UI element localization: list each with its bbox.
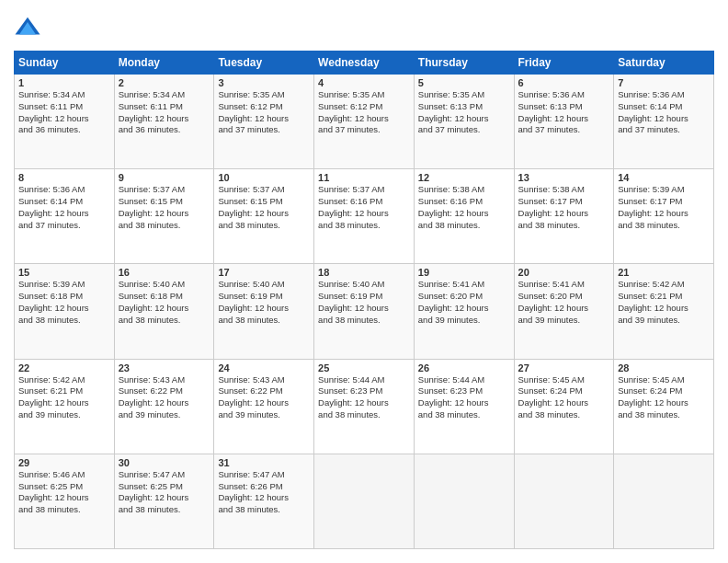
- day-number: 24: [218, 362, 310, 373]
- header: [14, 14, 714, 41]
- calendar-week-row: 1 Sunrise: 5:34 AMSunset: 6:11 PMDayligh…: [15, 75, 714, 169]
- day-info: Sunrise: 5:35 AMSunset: 6:12 PMDaylight:…: [318, 89, 389, 134]
- calendar-day-cell: 15 Sunrise: 5:39 AMSunset: 6:18 PMDaylig…: [15, 264, 115, 359]
- day-info: Sunrise: 5:40 AMSunset: 6:19 PMDaylight:…: [318, 279, 389, 324]
- calendar-day-cell: 18 Sunrise: 5:40 AMSunset: 6:19 PMDaylig…: [314, 264, 415, 359]
- calendar-day-cell: 10 Sunrise: 5:37 AMSunset: 6:15 PMDaylig…: [214, 169, 314, 264]
- calendar-header-row: SundayMondayTuesdayWednesdayThursdayFrid…: [15, 52, 714, 75]
- day-info: Sunrise: 5:37 AMSunset: 6:15 PMDaylight:…: [218, 184, 289, 229]
- day-info: Sunrise: 5:38 AMSunset: 6:16 PMDaylight:…: [418, 184, 489, 229]
- calendar-day-cell: [614, 454, 714, 548]
- day-info: Sunrise: 5:35 AMSunset: 6:13 PMDaylight:…: [418, 89, 489, 134]
- day-info: Sunrise: 5:39 AMSunset: 6:18 PMDaylight:…: [18, 279, 89, 324]
- logo-icon: [14, 14, 41, 41]
- day-number: 19: [418, 267, 510, 278]
- calendar-day-cell: 25 Sunrise: 5:44 AMSunset: 6:23 PMDaylig…: [314, 359, 415, 454]
- calendar-week-row: 8 Sunrise: 5:36 AMSunset: 6:14 PMDayligh…: [15, 169, 714, 264]
- day-number: 2: [119, 77, 210, 88]
- calendar-weekday-header: Saturday: [614, 52, 714, 75]
- day-number: 12: [418, 172, 510, 183]
- calendar-weekday-header: Monday: [114, 52, 214, 75]
- calendar-day-cell: 1 Sunrise: 5:34 AMSunset: 6:11 PMDayligh…: [15, 75, 115, 169]
- day-number: 8: [18, 172, 110, 183]
- calendar-day-cell: 17 Sunrise: 5:40 AMSunset: 6:19 PMDaylig…: [214, 264, 314, 359]
- calendar-day-cell: 30 Sunrise: 5:47 AMSunset: 6:25 PMDaylig…: [114, 454, 214, 548]
- day-number: 22: [18, 362, 110, 373]
- calendar-day-cell: 6 Sunrise: 5:36 AMSunset: 6:13 PMDayligh…: [514, 75, 614, 169]
- calendar-week-row: 29 Sunrise: 5:46 AMSunset: 6:25 PMDaylig…: [15, 454, 714, 548]
- day-info: Sunrise: 5:36 AMSunset: 6:14 PMDaylight:…: [618, 89, 688, 134]
- calendar-day-cell: 14 Sunrise: 5:39 AMSunset: 6:17 PMDaylig…: [614, 169, 714, 264]
- day-info: Sunrise: 5:44 AMSunset: 6:23 PMDaylight:…: [318, 374, 389, 419]
- day-number: 27: [518, 362, 610, 373]
- calendar-day-cell: 19 Sunrise: 5:41 AMSunset: 6:20 PMDaylig…: [414, 264, 514, 359]
- calendar-day-cell: 27 Sunrise: 5:45 AMSunset: 6:24 PMDaylig…: [514, 359, 614, 454]
- day-number: 11: [318, 172, 410, 183]
- page: SundayMondayTuesdayWednesdayThursdayFrid…: [0, 0, 728, 563]
- day-info: Sunrise: 5:42 AMSunset: 6:21 PMDaylight:…: [618, 279, 688, 324]
- day-info: Sunrise: 5:42 AMSunset: 6:21 PMDaylight:…: [18, 374, 89, 419]
- calendar-week-row: 22 Sunrise: 5:42 AMSunset: 6:21 PMDaylig…: [15, 359, 714, 454]
- calendar-day-cell: 31 Sunrise: 5:47 AMSunset: 6:26 PMDaylig…: [214, 454, 314, 548]
- day-info: Sunrise: 5:39 AMSunset: 6:17 PMDaylight:…: [618, 184, 688, 229]
- day-info: Sunrise: 5:43 AMSunset: 6:22 PMDaylight:…: [119, 374, 189, 419]
- day-number: 10: [218, 172, 310, 183]
- calendar-day-cell: [514, 454, 614, 548]
- day-number: 15: [18, 267, 110, 278]
- day-info: Sunrise: 5:35 AMSunset: 6:12 PMDaylight:…: [218, 89, 289, 134]
- day-info: Sunrise: 5:47 AMSunset: 6:25 PMDaylight:…: [119, 469, 189, 514]
- calendar-day-cell: 22 Sunrise: 5:42 AMSunset: 6:21 PMDaylig…: [15, 359, 115, 454]
- day-info: Sunrise: 5:41 AMSunset: 6:20 PMDaylight:…: [418, 279, 489, 324]
- day-number: 17: [218, 267, 310, 278]
- day-info: Sunrise: 5:44 AMSunset: 6:23 PMDaylight:…: [418, 374, 489, 419]
- day-info: Sunrise: 5:36 AMSunset: 6:14 PMDaylight:…: [18, 184, 89, 229]
- day-number: 3: [218, 77, 310, 88]
- calendar-day-cell: 20 Sunrise: 5:41 AMSunset: 6:20 PMDaylig…: [514, 264, 614, 359]
- day-number: 21: [618, 267, 710, 278]
- calendar-weekday-header: Friday: [514, 52, 614, 75]
- day-info: Sunrise: 5:47 AMSunset: 6:26 PMDaylight:…: [218, 469, 289, 514]
- calendar-day-cell: 9 Sunrise: 5:37 AMSunset: 6:15 PMDayligh…: [114, 169, 214, 264]
- day-info: Sunrise: 5:41 AMSunset: 6:20 PMDaylight:…: [518, 279, 589, 324]
- day-number: 31: [218, 457, 310, 468]
- day-number: 20: [518, 267, 610, 278]
- day-info: Sunrise: 5:38 AMSunset: 6:17 PMDaylight:…: [518, 184, 589, 229]
- day-info: Sunrise: 5:43 AMSunset: 6:22 PMDaylight:…: [218, 374, 289, 419]
- day-number: 7: [618, 77, 710, 88]
- day-number: 29: [18, 457, 110, 468]
- calendar-day-cell: 28 Sunrise: 5:45 AMSunset: 6:24 PMDaylig…: [614, 359, 714, 454]
- calendar-day-cell: 26 Sunrise: 5:44 AMSunset: 6:23 PMDaylig…: [414, 359, 514, 454]
- day-info: Sunrise: 5:37 AMSunset: 6:16 PMDaylight:…: [318, 184, 389, 229]
- day-number: 4: [318, 77, 410, 88]
- day-number: 30: [119, 457, 210, 468]
- day-number: 9: [119, 172, 210, 183]
- day-info: Sunrise: 5:45 AMSunset: 6:24 PMDaylight:…: [518, 374, 589, 419]
- day-number: 16: [119, 267, 210, 278]
- calendar-day-cell: 7 Sunrise: 5:36 AMSunset: 6:14 PMDayligh…: [614, 75, 714, 169]
- day-info: Sunrise: 5:40 AMSunset: 6:18 PMDaylight:…: [119, 279, 189, 324]
- calendar-weekday-header: Wednesday: [314, 52, 415, 75]
- calendar-day-cell: 8 Sunrise: 5:36 AMSunset: 6:14 PMDayligh…: [15, 169, 115, 264]
- day-info: Sunrise: 5:36 AMSunset: 6:13 PMDaylight:…: [518, 89, 589, 134]
- day-number: 5: [418, 77, 510, 88]
- calendar-day-cell: 13 Sunrise: 5:38 AMSunset: 6:17 PMDaylig…: [514, 169, 614, 264]
- calendar-week-row: 15 Sunrise: 5:39 AMSunset: 6:18 PMDaylig…: [15, 264, 714, 359]
- calendar-table: SundayMondayTuesdayWednesdayThursdayFrid…: [14, 51, 714, 549]
- day-number: 13: [518, 172, 610, 183]
- day-number: 23: [119, 362, 210, 373]
- calendar-day-cell: 24 Sunrise: 5:43 AMSunset: 6:22 PMDaylig…: [214, 359, 314, 454]
- day-info: Sunrise: 5:46 AMSunset: 6:25 PMDaylight:…: [18, 469, 89, 514]
- calendar-day-cell: 2 Sunrise: 5:34 AMSunset: 6:11 PMDayligh…: [114, 75, 214, 169]
- logo: [14, 14, 43, 41]
- day-info: Sunrise: 5:34 AMSunset: 6:11 PMDaylight:…: [119, 89, 189, 134]
- day-info: Sunrise: 5:34 AMSunset: 6:11 PMDaylight:…: [18, 89, 89, 134]
- day-info: Sunrise: 5:45 AMSunset: 6:24 PMDaylight:…: [618, 374, 688, 419]
- day-number: 26: [418, 362, 510, 373]
- day-info: Sunrise: 5:37 AMSunset: 6:15 PMDaylight:…: [119, 184, 189, 229]
- calendar-day-cell: 23 Sunrise: 5:43 AMSunset: 6:22 PMDaylig…: [114, 359, 214, 454]
- day-number: 6: [518, 77, 610, 88]
- calendar-day-cell: [314, 454, 415, 548]
- day-number: 14: [618, 172, 710, 183]
- calendar-body: 1 Sunrise: 5:34 AMSunset: 6:11 PMDayligh…: [15, 75, 714, 549]
- calendar-day-cell: 12 Sunrise: 5:38 AMSunset: 6:16 PMDaylig…: [414, 169, 514, 264]
